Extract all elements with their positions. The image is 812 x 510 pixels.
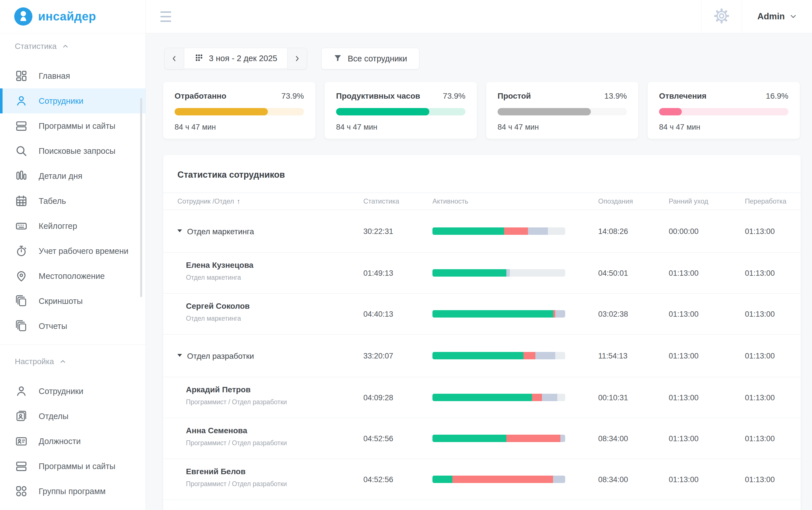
date-range-label: 3 ноя - 2 дек 2025	[209, 54, 277, 63]
card-progress-fill	[497, 108, 591, 115]
reports-icon	[15, 320, 28, 333]
activity-bar	[432, 310, 565, 318]
table-row-department[interactable]: Отдел маркетинга30:22:3114:08:2600:00:00…	[163, 210, 801, 253]
row-statistics-time: 30:22:31	[364, 227, 393, 236]
activity-segment-distraction	[506, 435, 560, 442]
row-overtime: 01:13:00	[745, 310, 775, 319]
activity-segment-distraction	[532, 394, 542, 401]
section-header-настройка[interactable]: Настройка	[15, 357, 146, 366]
dashboard-icon	[15, 69, 28, 83]
activity-bar	[432, 228, 565, 235]
chevron-up-icon	[62, 43, 69, 50]
sidebar-item-сотрудники[interactable]: Сотрудники	[0, 88, 146, 114]
section-header-статистика[interactable]: Статистика	[15, 42, 146, 51]
card-progress-track	[659, 108, 788, 115]
row-overtime: 01:13:00	[745, 227, 775, 236]
date-range-button[interactable]: 3 ноя - 2 дек 2025	[184, 48, 287, 69]
sidebar-item-поисковые-запросы[interactable]: Поисковые запросы	[0, 139, 146, 163]
table-row-employee[interactable]: Анна С	[163, 500, 801, 510]
logo[interactable]: инсайдер	[0, 0, 146, 33]
activity-bar	[432, 269, 565, 277]
sidebar-item-должности[interactable]: Должности	[0, 429, 146, 454]
sidebar-item-местоположение[interactable]: Местоположение	[0, 264, 146, 289]
row-subtitle: Программист / Отдел разработки	[186, 398, 287, 406]
activity-segment-productive	[432, 435, 506, 442]
sidebar-item-программы-и-сайты[interactable]: Программы и сайты	[0, 454, 146, 479]
column-header-label: Статистика	[364, 197, 399, 205]
sidebar-item-label: Местоположение	[39, 271, 105, 281]
table-row-employee[interactable]: Анна СеменоваПрограммист / Отдел разрабо…	[163, 418, 801, 459]
sidebar-item-детали-дня[interactable]: Детали дня	[0, 163, 146, 188]
row-overtime: 01:13:00	[745, 352, 775, 360]
sidebar-item-сотрудники[interactable]: Сотрудники	[0, 379, 146, 404]
sidebar-item-label: Группы программ	[39, 486, 106, 497]
activity-bar	[432, 435, 565, 442]
caret-down-icon[interactable]	[177, 354, 182, 357]
row-lateness: 14:08:26	[598, 227, 628, 236]
chevron-left-icon	[171, 55, 178, 62]
table-row-employee[interactable]: Сергей СоколовОтдел маркетинга04:40:1303…	[163, 294, 801, 335]
filter-funnel-icon	[334, 54, 342, 63]
card-header-row: Отработанно73.9%	[175, 92, 304, 101]
next-period-button[interactable]	[287, 48, 307, 69]
apps-icon	[15, 460, 28, 473]
sort-ascending-icon: ↑	[237, 197, 240, 205]
row-lateness: 08:34:00	[598, 475, 628, 484]
table-row-employee[interactable]: Елена КузнецоваОтдел маркетинга01:49:130…	[163, 253, 801, 294]
screenshots-icon	[15, 295, 28, 308]
table-row-department[interactable]: Отдел разработки33:20:0711:54:1301:13:00…	[163, 335, 801, 377]
sidebar-item-скриншоты[interactable]: Скриншоты	[0, 289, 146, 313]
sidebar-item-label: Табель	[39, 196, 66, 206]
calendar-icon	[15, 194, 28, 208]
sidebar-item-отделы[interactable]: Отделы	[0, 404, 146, 429]
user-menu[interactable]: Admin	[742, 0, 812, 33]
column-header-2[interactable]: Активность	[432, 197, 468, 205]
sidebar-item-программы-и-сайты[interactable]: Программы и сайты	[0, 114, 146, 139]
sidebar-item-главная[interactable]: Главная	[0, 63, 146, 88]
card-progress-fill	[659, 108, 682, 115]
activity-segment-other	[510, 269, 565, 277]
table-row-employee[interactable]: Аркадий ПетровПрограммист / Отдел разраб…	[163, 377, 801, 418]
caret-down-icon[interactable]	[177, 230, 182, 232]
sidebar-item-кейлоггер[interactable]: Кейлоггер	[0, 213, 146, 239]
activity-segment-idle	[553, 476, 565, 483]
row-name: Анна С	[186, 509, 214, 510]
person-icon	[15, 94, 28, 108]
column-header-5[interactable]: Переработка	[745, 197, 786, 205]
activity-segment-idle	[542, 394, 557, 401]
column-header-4[interactable]: Ранний уход	[669, 197, 708, 205]
column-header-1[interactable]: Статистика	[364, 197, 399, 205]
table-row-employee[interactable]: Евгений БеловПрограммист / Отдел разрабо…	[163, 459, 801, 500]
sidebar-item-label: Должности	[39, 436, 81, 446]
row-subtitle: Отдел маркетинга	[186, 274, 241, 281]
employee-filter-button[interactable]: Все сотрудники	[321, 48, 419, 69]
brand-logo-icon	[14, 7, 32, 26]
column-header-3[interactable]: Опоздания	[598, 197, 633, 205]
row-subtitle: Отдел маркетинга	[186, 315, 241, 322]
chevron-down-icon	[790, 12, 796, 21]
sidebar-item-отчеты[interactable]: Отчеты	[0, 313, 146, 338]
brand-name: инсайдер	[38, 10, 96, 23]
sidebar-item-label: Программы и сайты	[39, 121, 115, 131]
settings-button[interactable]	[701, 0, 742, 33]
activity-segment-distraction	[523, 352, 535, 359]
controls-bar: 3 ноя - 2 дек 2025 Все сотрудники	[164, 48, 419, 69]
card-progress-fill	[336, 108, 429, 115]
row-name: Аркадий Петров	[186, 385, 251, 394]
gear-icon	[713, 8, 730, 25]
activity-segment-productive	[432, 310, 553, 318]
row-statistics-time: 04:09:28	[364, 393, 393, 402]
sidebar-item-учет-рабочего-времени[interactable]: Учет рабочего времени	[0, 239, 146, 264]
row-early-leave: 01:13:00	[669, 434, 699, 443]
prev-period-button[interactable]	[164, 48, 184, 69]
column-header-0[interactable]: Сотрудник /Отдел↑	[177, 197, 240, 205]
hamburger-menu-icon[interactable]	[161, 8, 171, 25]
sidebar-item-группы-программ[interactable]: Группы программ	[0, 479, 146, 504]
row-lateness: 00:10:31	[598, 393, 628, 402]
sidebar-item-табель[interactable]: Табель	[0, 188, 146, 213]
sidebar-scrollbar[interactable]	[140, 98, 142, 297]
card-time-value: 84 ч 47 мин	[175, 123, 304, 131]
section-label-text: Статистика	[15, 42, 57, 51]
main-content: 3 ноя - 2 дек 2025 Все сотрудники Отрабо…	[146, 33, 812, 510]
activity-segment-productive	[432, 269, 506, 277]
